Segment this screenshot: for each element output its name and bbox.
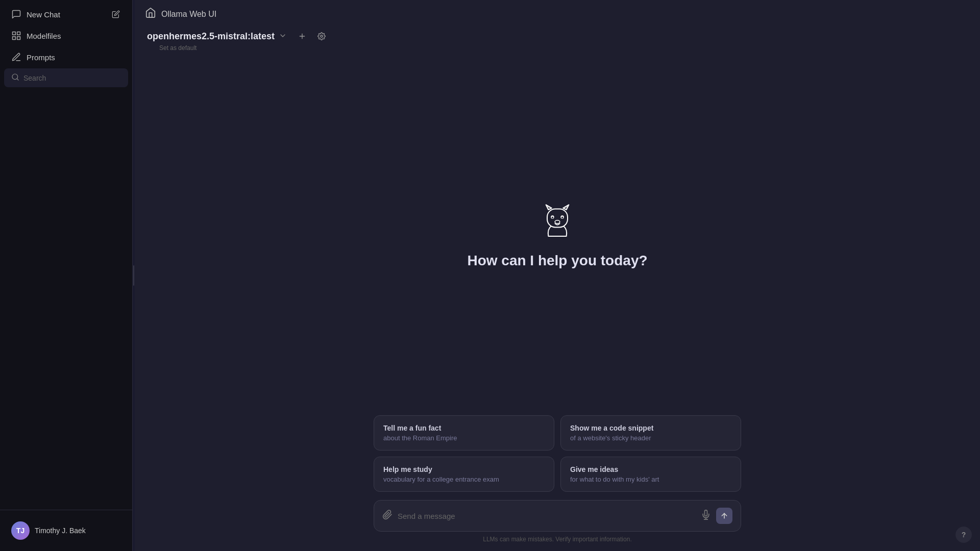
- suggestion-subtitle-3: for what to do with my kids' art: [570, 475, 731, 483]
- sidebar-item-prompts[interactable]: Prompts: [4, 47, 128, 67]
- suggestion-card-0[interactable]: Tell me a fun fact about the Roman Empir…: [374, 415, 554, 450]
- main-content: Ollama Web UI openhermes2.5-mistral:late…: [135, 0, 980, 551]
- avatar: TJ: [11, 521, 30, 540]
- new-chat-label: New Chat: [27, 10, 60, 19]
- model-actions: [295, 29, 329, 43]
- attach-icon[interactable]: [382, 510, 393, 522]
- message-input-wrapper: [374, 500, 741, 532]
- svg-point-12: [552, 216, 553, 218]
- app-logo-icon: [145, 7, 156, 21]
- modelfiles-label: Modelfiles: [27, 32, 61, 40]
- user-name: Timothy J. Baek: [35, 527, 86, 535]
- suggestion-card-1[interactable]: Show me a code snippet of a website's st…: [560, 415, 741, 450]
- model-settings-button[interactable]: [314, 29, 329, 43]
- suggestion-subtitle-2: vocabulary for a college entrance exam: [383, 475, 545, 483]
- add-model-button[interactable]: [295, 29, 309, 43]
- app-name: Ollama Web UI: [161, 10, 216, 19]
- search-label: Search: [23, 74, 46, 82]
- suggestions-grid: Tell me a fun fact about the Roman Empir…: [374, 415, 741, 492]
- search-bar[interactable]: Search: [4, 68, 128, 87]
- prompts-label: Prompts: [27, 53, 55, 62]
- disclaimer-text: LLMs can make mistakes. Verify important…: [374, 536, 741, 543]
- welcome-text: How can I help you today?: [467, 253, 647, 269]
- suggestion-card-2[interactable]: Help me study vocabulary for a college e…: [374, 457, 554, 492]
- edit-icon[interactable]: [111, 9, 121, 19]
- suggestion-title-3: Give me ideas: [570, 465, 731, 473]
- svg-rect-3: [13, 37, 16, 40]
- modelfiles-icon: [11, 31, 21, 41]
- suggestion-title-1: Show me a code snippet: [570, 424, 731, 432]
- model-selector[interactable]: openhermes2.5-mistral:latest: [147, 31, 287, 42]
- microphone-icon[interactable]: [701, 510, 711, 522]
- llama-mascot-icon: [537, 202, 578, 242]
- prompts-icon: [11, 52, 21, 62]
- search-icon: [11, 73, 19, 83]
- chevron-down-icon: [279, 32, 287, 41]
- input-area: LLMs can make mistakes. Verify important…: [374, 500, 741, 543]
- suggestion-title-2: Help me study: [383, 465, 545, 473]
- set-as-default-link[interactable]: Set as default: [147, 43, 968, 53]
- suggestion-card-3[interactable]: Give me ideas for what to do with my kid…: [560, 457, 741, 492]
- model-name: openhermes2.5-mistral:latest: [147, 31, 275, 42]
- svg-rect-0: [13, 32, 16, 35]
- sidebar: New Chat Modelfiles: [0, 0, 133, 551]
- sidebar-item-new-chat[interactable]: New Chat: [4, 4, 128, 24]
- model-area: openhermes2.5-mistral:latest: [135, 25, 980, 55]
- svg-rect-2: [17, 37, 20, 40]
- help-button[interactable]: ?: [955, 527, 972, 543]
- top-bar: Ollama Web UI: [135, 0, 980, 25]
- suggestion-subtitle-1: of a website's sticky header: [570, 434, 731, 442]
- user-profile[interactable]: TJ Timothy J. Baek: [4, 516, 128, 545]
- suggestion-title-0: Tell me a fun fact: [383, 424, 545, 432]
- chat-content: How can I help you today? Tell me a fun …: [135, 55, 980, 551]
- chat-icon: [11, 9, 21, 19]
- suggestion-subtitle-0: about the Roman Empire: [383, 434, 545, 442]
- welcome-area: How can I help you today?: [467, 202, 647, 269]
- message-input[interactable]: [398, 512, 696, 520]
- svg-point-8: [321, 35, 323, 37]
- svg-point-14: [555, 220, 560, 223]
- svg-line-5: [17, 79, 18, 80]
- svg-point-13: [561, 216, 563, 218]
- svg-rect-1: [17, 32, 20, 35]
- send-button[interactable]: [716, 508, 732, 524]
- sidebar-bottom: TJ Timothy J. Baek: [0, 510, 132, 551]
- sidebar-nav: New Chat Modelfiles: [0, 0, 132, 510]
- sidebar-item-modelfiles[interactable]: Modelfiles: [4, 26, 128, 46]
